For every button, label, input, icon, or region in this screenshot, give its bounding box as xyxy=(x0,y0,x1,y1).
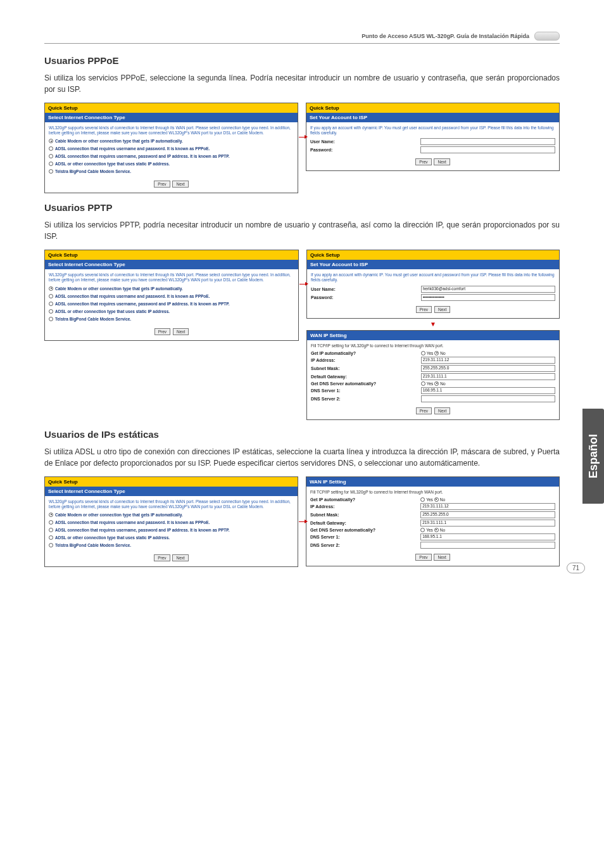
gateway-label: Default Gateway: xyxy=(311,374,421,379)
getip-label: Get IP automatically? xyxy=(311,351,421,355)
subnet-input[interactable]: 255.255.255.0 xyxy=(421,365,555,372)
prev-button[interactable]: Prev xyxy=(416,407,432,414)
quick-setup-panel: Quick Setup Select Internet Connection T… xyxy=(44,250,299,340)
opt-static[interactable]: ADSL or other connection type that uses … xyxy=(49,309,294,314)
isp-desc: If you apply an account with dynamic IP.… xyxy=(311,272,555,283)
user-input[interactable]: herik036@adsl-comfort xyxy=(421,286,555,293)
getdns-yes[interactable]: Yes xyxy=(420,528,433,532)
radio-icon xyxy=(49,286,53,291)
opt-pppoe[interactable]: ADSL connection that requires username a… xyxy=(49,520,294,525)
radio-icon xyxy=(49,139,53,143)
language-tab: Español xyxy=(582,409,604,504)
conn-type-title: Select Internet Connection Type xyxy=(45,487,298,496)
pppoe-body: Si utiliza los servicios PPPoE, seleccio… xyxy=(44,72,560,95)
next-button[interactable]: Next xyxy=(434,306,450,313)
dns2-label: DNS Server 2: xyxy=(310,543,420,547)
radio-icon xyxy=(49,146,53,151)
prev-button[interactable]: Prev xyxy=(415,158,431,165)
radio-icon xyxy=(49,535,53,540)
getdns-no[interactable]: No xyxy=(434,381,445,386)
isp-desc: If you apply an account with dynamic IP.… xyxy=(310,125,555,136)
pass-label: Password: xyxy=(310,148,420,152)
dns2-input[interactable] xyxy=(421,395,555,402)
next-button[interactable]: Next xyxy=(172,181,188,188)
brand-logo xyxy=(534,32,560,41)
isp-title: Set Your Account to ISP xyxy=(306,113,559,122)
next-button[interactable]: Next xyxy=(173,328,189,335)
radio-icon xyxy=(49,309,53,314)
opt-auto[interactable]: Cable Modem or other connection type tha… xyxy=(49,513,294,517)
quick-setup-title: Quick Setup xyxy=(307,250,559,260)
gateway-input[interactable]: 219.31.111.1 xyxy=(420,520,555,527)
ip-label: IP Address: xyxy=(311,358,421,362)
opt-bigpond[interactable]: Telstra BigPond Cable Modem Service. xyxy=(49,169,294,174)
getip-no[interactable]: No xyxy=(434,351,445,355)
prev-button[interactable]: Prev xyxy=(416,306,432,313)
next-button[interactable]: Next xyxy=(434,554,450,561)
doc-title: Punto de Acceso ASUS WL-320gP. Guía de I… xyxy=(362,33,529,39)
opt-pppoe[interactable]: ADSL connection that requires username a… xyxy=(49,146,294,151)
isp-panel-filled: Quick Setup Set Your Account to ISP If y… xyxy=(306,250,560,318)
opt-pppoe[interactable]: ADSL connection that requires username a… xyxy=(49,294,294,298)
opt-bigpond[interactable]: Telstra BigPond Cable Modem Service. xyxy=(49,317,294,321)
next-button[interactable]: Next xyxy=(434,158,450,165)
opt-static[interactable]: ADSL or other connection type that uses … xyxy=(49,535,294,540)
next-button[interactable]: Next xyxy=(172,554,188,561)
opt-pptp[interactable]: ADSL connection that requires username, … xyxy=(49,302,294,306)
radio-icon xyxy=(420,497,425,502)
subnet-label: Subnet Mask: xyxy=(310,513,420,517)
page-number: 71 xyxy=(567,563,585,573)
radio-icon xyxy=(49,294,53,298)
opt-auto[interactable]: Cable Modem or other connection type tha… xyxy=(49,139,294,143)
static-heading: Usuarios de IPs estáticas xyxy=(44,429,560,440)
radio-icon xyxy=(49,520,53,525)
ip-label: IP Address: xyxy=(310,504,420,509)
wan-panel: WAN IP Setting Fill TCP/IP setting for W… xyxy=(306,476,560,566)
ip-input[interactable]: 219.31.111.12 xyxy=(421,357,555,364)
radio-icon xyxy=(434,381,439,386)
conn-type-title: Select Internet Connection Type xyxy=(45,260,298,269)
conn-type-title: Select Internet Connection Type xyxy=(45,113,298,122)
gateway-input[interactable]: 219.31.111.1 xyxy=(421,373,555,380)
quick-setup-title: Quick Setup xyxy=(45,103,298,113)
radio-icon xyxy=(434,528,439,532)
dns1-input[interactable]: 168.95.1.1 xyxy=(420,533,555,540)
opt-static[interactable]: ADSL or other connection type that uses … xyxy=(49,162,294,166)
getip-no[interactable]: No xyxy=(434,497,445,502)
pppoe-heading: Usuarios PPPoE xyxy=(44,55,560,66)
opt-pptp[interactable]: ADSL connection that requires username, … xyxy=(49,528,294,532)
radio-icon xyxy=(420,528,425,532)
gateway-label: Default Gateway: xyxy=(310,521,420,525)
opt-bigpond[interactable]: Telstra BigPond Cable Modem Service. xyxy=(49,543,294,547)
pptp-body: Si utiliza los servicios PPTP, podría ne… xyxy=(44,219,560,242)
getip-yes[interactable]: Yes xyxy=(420,497,433,502)
quick-setup-title: Quick Setup xyxy=(306,103,559,113)
next-button[interactable]: Next xyxy=(434,407,450,414)
getdns-label: Get DNS Server automatically? xyxy=(311,381,421,386)
getdns-yes[interactable]: Yes xyxy=(421,381,434,386)
radio-icon xyxy=(434,351,439,355)
prev-button[interactable]: Prev xyxy=(154,181,170,188)
subnet-label: Subnet Mask: xyxy=(311,366,421,371)
radio-icon xyxy=(49,154,53,158)
dns2-input[interactable] xyxy=(420,542,555,549)
prev-button[interactable]: Prev xyxy=(154,554,170,561)
user-input[interactable] xyxy=(420,138,555,145)
prev-button[interactable]: Prev xyxy=(415,554,431,561)
wan-title: WAN IP Setting xyxy=(307,331,559,340)
isp-title: Set Your Account to ISP xyxy=(307,260,559,269)
getip-yes[interactable]: Yes xyxy=(421,351,434,355)
getdns-no[interactable]: No xyxy=(434,528,445,532)
subnet-input[interactable]: 255.255.255.0 xyxy=(420,511,555,518)
static-body: Si utiliza ADSL u otro tipo de conexión … xyxy=(44,446,560,469)
prev-button[interactable]: Prev xyxy=(154,328,170,335)
dns1-input[interactable]: 168.95.1.1 xyxy=(421,387,555,394)
opt-auto[interactable]: Cable Modem or other connection type tha… xyxy=(49,286,294,291)
pass-input[interactable]: ••••••••••••••• xyxy=(421,294,555,301)
user-label: User Name: xyxy=(311,287,421,291)
quick-setup-panel: Quick Setup Select Internet Connection T… xyxy=(44,476,298,567)
opt-pptp[interactable]: ADSL connection that requires username, … xyxy=(49,154,294,158)
isp-panel: Quick Setup Set Your Account to ISP If y… xyxy=(306,103,560,171)
ip-input[interactable]: 219.31.111.12 xyxy=(420,503,555,510)
pass-input[interactable] xyxy=(420,146,555,153)
